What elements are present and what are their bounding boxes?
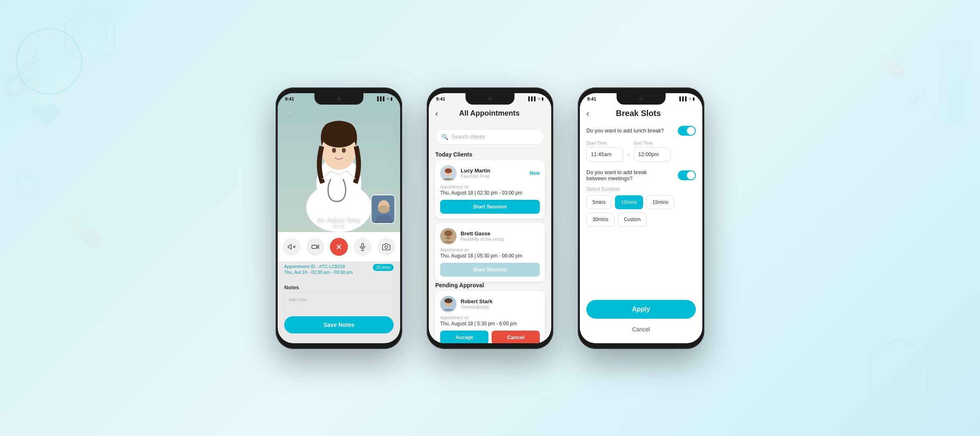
break-content: Do you want to add lunch break? Start Ti… [586, 126, 696, 230]
client-info-brett: Brett Gasse Flexibility of the setup [440, 228, 540, 244]
svg-text:🛡: 🛡 [14, 170, 43, 202]
appointment-badge: 30 mins [373, 264, 394, 271]
phone-3: 9:41 ▌▌▌ ≈ ▮ ‹ Break Slots Do you want t… [578, 87, 704, 349]
duration-15mins[interactable]: 15mins [646, 195, 675, 209]
lunch-break-row: Do you want to add lunch break? [586, 126, 696, 136]
svg-marker-5 [65, 8, 114, 65]
client-sub-lucy: Favorites Free [461, 174, 490, 179]
status-icons-3: ▌▌▌ ≈ ▮ [679, 96, 695, 101]
svg-point-39 [445, 236, 451, 239]
break-between-row: Do you want to add break between meeting… [586, 169, 696, 181]
camera-switch-button[interactable] [377, 238, 395, 256]
lunch-break-toggle[interactable] [678, 126, 696, 136]
start-time-input[interactable]: 11:45am [586, 147, 623, 162]
svg-point-19 [342, 148, 346, 153]
cancel-button-pending[interactable]: Cancel [492, 331, 540, 343]
duration-30mins[interactable]: 30mins [586, 212, 615, 226]
client-card-robert: Robert Stark Tremendously Appointment on… [435, 291, 545, 343]
svg-point-18 [332, 148, 336, 153]
today-clients-label: Today Clients [435, 151, 472, 158]
end-time-input[interactable]: 12:00pm [634, 147, 670, 162]
save-notes-button[interactable]: Save Notes [284, 316, 394, 333]
phone-1-screen: 9:41 ▌▌▌ ≈ ▮ [278, 93, 400, 343]
svg-point-38 [444, 230, 452, 236]
client-name-lucy: Lucy Martin [461, 168, 490, 174]
svg-point-42 [444, 298, 452, 303]
apply-label: Apply [632, 306, 650, 313]
search-bar[interactable]: 🔍 Search clients [435, 129, 545, 145]
cancel-label: Cancel [632, 326, 650, 333]
status-time-1: 9:41 [285, 96, 294, 101]
appointment-info: Appointment ID - #TC-LC8218 Thu, Aut 18 … [284, 264, 394, 275]
avatar-robert [440, 296, 457, 312]
svg-text:⚕: ⚕ [29, 43, 42, 71]
break-slots-header: ‹ Break Slots [580, 105, 702, 121]
client-info-lucy: Lucy Martin Favorites Free Now [440, 165, 540, 181]
status-time-2: 9:41 [436, 96, 445, 101]
toggle-knob-lunch [687, 127, 695, 135]
accept-button[interactable]: Accept [440, 331, 488, 343]
end-time-col: End Time 12:00pm [634, 141, 670, 162]
mute-button[interactable] [283, 238, 301, 256]
start-time-label: Start Time [586, 141, 623, 145]
avatar-brett [440, 228, 457, 244]
client-details-robert: Robert Stark Tremendously [461, 298, 492, 309]
back-button-2[interactable]: ‹ [435, 109, 438, 118]
start-time-value: 11:45am [591, 151, 612, 157]
video-background: ‹ Dr. Felicia Terry 02:15 [278, 93, 400, 232]
appointments-header: ‹ All Appointments [429, 105, 551, 121]
svg-point-0 [16, 29, 82, 94]
lunch-break-label: Do you want to add lunch break? [586, 127, 668, 134]
cancel-link[interactable]: Cancel [580, 326, 702, 333]
notes-placeholder: Add note... [289, 297, 310, 302]
pending-actions: Accept Cancel [440, 331, 540, 343]
appt-on-robert: Appointment on [440, 315, 540, 320]
appointments-title: All Appointments [442, 109, 537, 118]
duration-custom[interactable]: Custom [618, 212, 647, 226]
duration-buttons-2: 30mins Custom [586, 212, 696, 226]
apply-button[interactable]: Apply [586, 300, 696, 319]
duration-5mins[interactable]: 5mins [586, 195, 612, 209]
camera-dot [337, 97, 341, 101]
break-between-toggle[interactable] [678, 170, 696, 180]
svg-text:🧬: 🧬 [2, 59, 35, 98]
svg-rect-12 [947, 33, 964, 131]
client-name-brett: Brett Gasse [461, 230, 504, 237]
svg-rect-29 [362, 243, 364, 247]
start-time-col: Start Time 11:45am [586, 141, 623, 162]
svg-marker-9 [870, 338, 927, 411]
svg-text:💊: 💊 [878, 53, 906, 79]
start-session-lucy[interactable]: Start Session [440, 200, 540, 214]
video-button[interactable] [306, 238, 324, 256]
client-name-robert: Robert Stark [461, 298, 492, 304]
phone-3-notch [617, 93, 666, 105]
phone-2-notch [466, 93, 514, 105]
svg-marker-6 [74, 16, 106, 53]
microphone-button[interactable] [354, 238, 372, 256]
client-card-brett: Brett Gasse Flexibility of the setup App… [435, 223, 545, 282]
svg-rect-26 [312, 245, 317, 248]
svg-text:💉: 💉 [902, 85, 931, 112]
camera-dot-2 [488, 97, 492, 101]
end-call-button[interactable] [330, 238, 348, 256]
call-controls [278, 232, 400, 262]
back-button-1[interactable]: ‹ [283, 108, 295, 119]
svg-point-22 [378, 205, 390, 213]
client-info-robert: Robert Stark Tremendously [440, 296, 540, 312]
status-icons-2: ▌▌▌ ≈ ▮ [528, 96, 544, 101]
appt-datetime-lucy: Thu, August 18 | 02:30 pm - 03:00 pm [440, 190, 540, 196]
svg-rect-11 [939, 41, 972, 123]
phone-2-screen: 9:41 ▌▌▌ ≈ ▮ ‹ All Appointments 🔍 Search… [429, 93, 551, 343]
now-badge-lucy: Now [530, 170, 540, 176]
back-button-3[interactable]: ‹ [586, 109, 589, 118]
start-session-brett[interactable]: Start Session [440, 263, 540, 277]
doctor-info: Dr. Felicia Terry 02:15 [278, 217, 400, 229]
client-sub-brett: Flexibility of the setup [461, 237, 504, 241]
client-details-lucy: Lucy Martin Favorites Free [461, 168, 490, 179]
phone-1: 9:41 ▌▌▌ ≈ ▮ [276, 87, 402, 349]
end-time-value: 12:00pm [638, 151, 659, 157]
appt-on-lucy: Appointment on [440, 185, 540, 189]
phone-3-screen: 9:41 ▌▌▌ ≈ ▮ ‹ Break Slots Do you want t… [580, 93, 702, 343]
appt-datetime-brett: Thu, August 18 | 05:30 pm - 06:00 pm [440, 253, 540, 259]
duration-10mins[interactable]: 10mins [615, 195, 643, 209]
